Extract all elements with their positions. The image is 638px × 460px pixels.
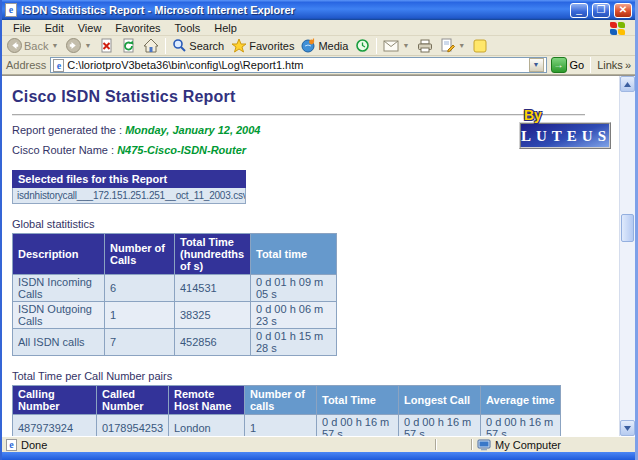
luteus-logo: By LUTEUS (519, 122, 611, 149)
search-button[interactable]: Search (169, 37, 227, 55)
stop-icon (99, 38, 114, 53)
status-page-icon: e (6, 439, 17, 451)
menu-item-tools[interactable]: Tools (168, 22, 208, 34)
home-icon (143, 38, 159, 53)
table-cell: 0178954253 (97, 415, 169, 437)
column-header: Longest Call (399, 386, 481, 415)
menu-item-help[interactable]: Help (207, 22, 244, 34)
router-name: N475-Cisco-ISDN-Router (117, 144, 246, 156)
security-zone-label: My Computer (495, 439, 561, 451)
forward-dropdown-icon[interactable]: ▼ (83, 42, 92, 49)
vertical-scrollbar[interactable] (619, 76, 635, 436)
history-button[interactable] (352, 37, 373, 55)
table-cell: 6 (105, 275, 175, 302)
column-header: Total time (251, 234, 337, 275)
status-text: Done (21, 439, 47, 451)
mail-button[interactable]: ▼ (380, 37, 413, 55)
mail-dropdown-icon[interactable]: ▼ (401, 42, 410, 49)
windows-logo-icon (610, 22, 626, 35)
table-cell: 452856 (175, 329, 251, 356)
close-button[interactable]: ✕ (614, 3, 632, 18)
history-icon (355, 38, 370, 53)
table-cell: 0 d 00 h 16 m 57 s (317, 415, 399, 437)
table-cell: 0 d 00 h 06 m 23 s (251, 302, 337, 329)
selected-file-name: isdnhistorycall___172.151.251.251__oct_1… (12, 188, 246, 204)
go-button[interactable]: → Go (551, 57, 585, 73)
refresh-button[interactable] (118, 37, 139, 55)
stop-button[interactable] (96, 37, 117, 55)
window-title: ISDN Statitistics Report - Microsoft Int… (21, 4, 566, 16)
media-icon (301, 38, 316, 53)
forward-button[interactable]: ▼ (63, 37, 95, 55)
back-dropdown-icon[interactable]: ▼ (50, 42, 59, 49)
table-cell: 0 d 00 h 16 m 57 s (399, 415, 481, 437)
edit-icon (440, 38, 455, 53)
messenger-icon (473, 39, 487, 53)
messenger-button[interactable] (470, 37, 490, 55)
column-header: Average time (481, 386, 561, 415)
menu-bar: FileEditViewFavoritesToolsHelp (2, 20, 635, 36)
scroll-up-button[interactable] (620, 76, 635, 92)
my-computer-icon (477, 439, 491, 451)
address-dropdown-icon[interactable]: ▼ (529, 58, 544, 72)
table-cell: 0 d 00 h 16 m 57 s (481, 415, 561, 437)
status-separator (435, 439, 437, 450)
refresh-icon (121, 38, 136, 53)
chevron-up-icon (624, 82, 631, 87)
column-header: Total Time (hundredths of s) (175, 234, 251, 275)
generated-line: Report generated the : Monday, January 1… (12, 124, 589, 136)
call-pairs-table: Calling NumberCalled NumberRemote Host N… (12, 385, 561, 436)
scrollbar-thumb[interactable] (621, 214, 634, 242)
print-button[interactable] (414, 37, 436, 55)
router-line: Cisco Router Name : N475-Cisco-ISDN-Rout… (12, 144, 589, 156)
menu-item-file[interactable]: File (6, 22, 38, 34)
column-header: Number of Calls (105, 234, 175, 275)
table-cell: ISDN Outgoing Calls (13, 302, 105, 329)
media-button[interactable]: Media (298, 37, 351, 55)
page-content: Cisco ISDN Statistics Report By LUTEUS R… (2, 75, 635, 436)
go-label: Go (570, 59, 585, 71)
table-row: ISDN Incoming Calls64145310 d 01 h 09 m … (13, 275, 337, 302)
print-icon (417, 39, 433, 53)
table-cell: 1 (245, 415, 317, 437)
menu-item-edit[interactable]: Edit (38, 22, 71, 34)
page-title: Cisco ISDN Statistics Report (12, 88, 589, 106)
selected-files-header: Selected files for this Report (12, 170, 246, 188)
mail-icon (383, 40, 399, 52)
global-stats-label: Global statitistics (12, 218, 589, 230)
address-label: Address (6, 59, 46, 71)
table-cell: ISDN Incoming Calls (13, 275, 105, 302)
column-header: Calling Number (13, 386, 97, 415)
browser-window: e ISDN Statitistics Report - Microsoft I… (0, 0, 638, 460)
table-cell: London (169, 415, 245, 437)
title-bar: e ISDN Statitistics Report - Microsoft I… (2, 0, 635, 20)
column-header: Number of calls (245, 386, 317, 415)
table-cell: 7 (105, 329, 175, 356)
browser-toolbar: Back ▼ ▼ Search Favorites Media (2, 36, 635, 56)
column-header: Description (13, 234, 105, 275)
table-header-row: Calling NumberCalled NumberRemote Host N… (13, 386, 561, 415)
scroll-down-button[interactable] (620, 420, 635, 436)
back-button[interactable]: Back ▼ (4, 37, 62, 55)
status-bar: e Done My Computer (2, 436, 635, 452)
edit-button[interactable]: ▼ (437, 37, 469, 55)
links-menu[interactable]: Links » (597, 59, 631, 71)
generated-date: Monday, January 12, 2004 (125, 124, 260, 136)
window-bottom-edge (2, 452, 635, 460)
edit-dropdown-icon[interactable]: ▼ (457, 42, 466, 49)
links-chevron-icon: » (625, 59, 631, 71)
maximize-button[interactable]: ❐ (592, 3, 610, 18)
minimize-button[interactable]: _ (570, 3, 588, 18)
menu-item-favorites[interactable]: Favorites (108, 22, 167, 34)
favorites-icon (231, 38, 247, 53)
table-cell: 0 d 01 h 09 m 05 s (251, 275, 337, 302)
table-row: ISDN Outgoing Calls1383250 d 00 h 06 m 2… (13, 302, 337, 329)
table-cell: 1 (105, 302, 175, 329)
home-button[interactable] (140, 37, 162, 55)
logo-by-text: By (524, 107, 542, 123)
address-input[interactable]: e C:\loriotproV3beta36\bin\config\Log\Re… (50, 57, 546, 73)
toolbar-separator (590, 57, 591, 73)
favorites-button[interactable]: Favorites (228, 37, 297, 55)
menu-item-view[interactable]: View (71, 22, 109, 34)
back-icon (7, 38, 22, 53)
